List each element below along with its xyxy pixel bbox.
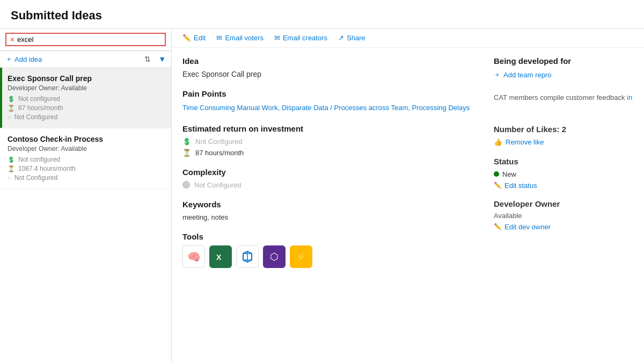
idea-meta-row-2c: ○ Not Configured <box>8 174 166 182</box>
idea-section: Idea Exec Sponsor Call prep <box>182 56 483 78</box>
tool-yellow: ⚡ <box>290 245 312 268</box>
tool-automate <box>236 245 259 268</box>
idea-meta-1a: Not configured <box>18 95 60 103</box>
add-team-repro-button[interactable]: ＋ Add team repro <box>494 70 633 79</box>
likes-section: Number of Likes: 2 👍 Remove like <box>494 125 633 146</box>
tools-section: Tools 🧠 X <box>182 232 483 268</box>
tool-excel: X <box>209 245 232 268</box>
tools-grid: 🧠 X <box>182 245 483 268</box>
plus-icon: ＋ <box>5 54 12 64</box>
thumbs-up-icon: 👍 <box>494 138 502 146</box>
detail-right-column: Being developed for ＋ Add team repro CAT… <box>494 56 633 353</box>
idea-meta-row-2b: ⏳ 1087.4 hours/month <box>8 165 166 172</box>
roi-hours-value: 87 hours/month <box>195 149 244 157</box>
pencil-icon: ✏️ <box>182 34 191 42</box>
dollar-icon-2: 💲 <box>8 156 15 163</box>
complexity-section: Complexity Not Configured <box>182 168 483 189</box>
search-input[interactable] <box>17 35 162 44</box>
email-voters-button[interactable]: ✉ Email voters <box>216 34 264 42</box>
hourglass-roi-icon: ⏳ <box>182 149 191 157</box>
complexity-title: Complexity <box>182 168 483 177</box>
status-dot-icon <box>494 171 499 177</box>
page-header: Submitted Ideas <box>0 0 644 28</box>
action-bar: ✏️ Edit ✉ Email voters ✉ Email creators … <box>172 28 644 48</box>
pain-points-section: Pain Points Time Consuming Manual Work, … <box>182 89 483 113</box>
idea-meta-2b: 1087.4 hours/month <box>18 165 76 172</box>
circle-icon-2: ○ <box>8 175 11 181</box>
sort-icon[interactable]: ⇅ <box>144 55 151 63</box>
idea-list: Exec Sponsor Call prep Developer Owner: … <box>0 68 171 362</box>
edit-status-pencil-icon: ✏️ <box>494 182 502 189</box>
main-layout: ✕ ＋ Add idea ⇅ ▼ Exec Sponsor Call prep … <box>0 28 644 362</box>
dollar-icon-1: 💲 <box>8 96 15 103</box>
dollar-roi-icon: 💲 <box>182 137 191 146</box>
plus-team-icon: ＋ <box>494 70 501 79</box>
idea-title-1: Exec Sponsor Call prep <box>8 74 166 83</box>
add-idea-label: Add idea <box>14 55 42 63</box>
idea-list-item-1[interactable]: Exec Sponsor Call prep Developer Owner: … <box>0 68 171 128</box>
idea-meta-2c: Not Configured <box>14 174 58 182</box>
svg-text:X: X <box>216 253 222 262</box>
idea-meta-1c: Not Configured <box>14 113 58 121</box>
idea-meta-row-1b: ⏳ 87 hours/month <box>8 104 166 112</box>
being-developed-title: Being developed for <box>494 56 633 66</box>
edit-status-button[interactable]: ✏️ Edit status <box>494 182 633 190</box>
tools-title: Tools <box>182 232 483 241</box>
email-creators-button[interactable]: ✉ Email creators <box>274 34 327 42</box>
edit-dev-pencil-icon: ✏️ <box>494 223 502 230</box>
pain-points-title: Pain Points <box>182 89 483 98</box>
dev-owner-value: Available <box>494 212 633 220</box>
circle-icon-1: ○ <box>8 114 11 120</box>
roi-title: Estimated return on investment <box>182 124 483 133</box>
keywords-section: Keywords meeting, notes <box>182 200 483 221</box>
right-panel: ✏️ Edit ✉ Email voters ✉ Email creators … <box>172 28 644 362</box>
cat-text-blue: in <box>627 93 632 102</box>
idea-meta-row-2a: 💲 Not configured <box>8 156 166 163</box>
complexity-circle-icon <box>182 181 190 189</box>
roi-section: Estimated return on investment 💲 Not Con… <box>182 124 483 157</box>
roi-not-configured-row: 💲 Not Configured <box>182 137 483 146</box>
idea-section-title: Idea <box>182 56 483 66</box>
share-button[interactable]: ↗ Share <box>338 34 365 42</box>
tool-brain: 🧠 <box>182 245 205 268</box>
roi-hours-row: ⏳ 87 hours/month <box>182 149 483 157</box>
remove-like-button[interactable]: 👍 Remove like <box>494 138 633 146</box>
keywords-title: Keywords <box>182 200 483 209</box>
roi-not-configured-value: Not Configured <box>195 137 242 146</box>
detail-content: Idea Exec Sponsor Call prep Pain Points … <box>172 48 644 362</box>
keywords-value: meeting, notes <box>182 213 483 221</box>
likes-count-label: Number of Likes: 2 <box>494 125 633 134</box>
idea-meta-2a: Not configured <box>18 156 60 163</box>
share-icon: ↗ <box>338 34 344 42</box>
tool-purple: ⬡ <box>263 245 286 268</box>
filter-icon[interactable]: ▼ <box>158 55 166 63</box>
idea-meta-row-1c: ○ Not Configured <box>8 113 166 121</box>
dev-owner-section: Developer Owner Available ✏️ Edit dev ow… <box>494 199 633 231</box>
email-creators-icon: ✉ <box>274 34 280 42</box>
detail-left-column: Idea Exec Sponsor Call prep Pain Points … <box>182 56 483 353</box>
idea-list-item-2[interactable]: Contoso Check-in Process Developer Owner… <box>0 128 171 189</box>
search-box: ✕ <box>5 33 166 46</box>
status-section: Status New ✏️ Edit status <box>494 157 633 190</box>
idea-meta-1b: 87 hours/month <box>18 104 63 112</box>
left-panel: ✕ ＋ Add idea ⇅ ▼ Exec Sponsor Call prep … <box>0 28 172 362</box>
edit-dev-owner-button[interactable]: ✏️ Edit dev owner <box>494 223 633 231</box>
dev-owner-title: Developer Owner <box>494 199 633 208</box>
idea-owner-1: Developer Owner: Available <box>8 84 166 92</box>
pain-points-value: Time Consuming Manual Work, Disparate Da… <box>182 103 483 113</box>
hourglass-icon-2: ⏳ <box>8 165 15 172</box>
complexity-value: Not Configured <box>194 181 241 189</box>
status-row: New <box>494 170 633 178</box>
email-voters-icon: ✉ <box>216 34 222 42</box>
edit-button[interactable]: ✏️ Edit <box>182 34 206 42</box>
idea-title-2: Contoso Check-in Process <box>8 135 166 143</box>
page-title: Submitted Ideas <box>11 9 633 23</box>
clear-search-icon[interactable]: ✕ <box>10 36 15 44</box>
page-container: Submitted Ideas ✕ ＋ Add idea ⇅ ▼ <box>0 0 644 362</box>
idea-owner-2: Developer Owner: Available <box>8 145 166 153</box>
add-idea-button[interactable]: ＋ Add idea <box>5 54 42 64</box>
hourglass-icon-1: ⏳ <box>8 105 15 112</box>
cat-text: CAT members compile customer feedback in <box>494 92 633 103</box>
idea-name-value: Exec Sponsor Call prep <box>182 70 483 78</box>
complexity-row: Not Configured <box>182 181 483 189</box>
